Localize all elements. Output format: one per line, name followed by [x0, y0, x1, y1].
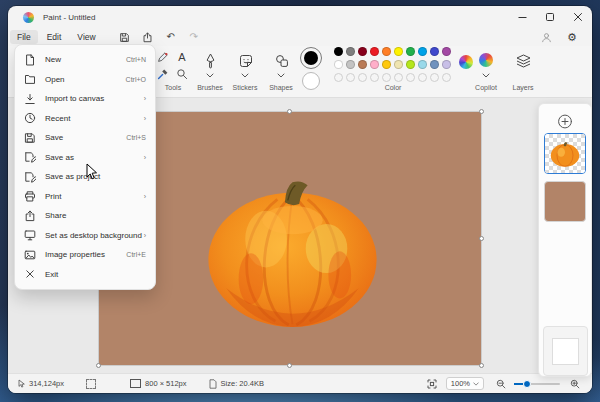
layer-1-thumbnail[interactable]: [544, 133, 586, 174]
empty-color-slot[interactable]: [358, 73, 367, 82]
submenu-arrow-icon: ›: [144, 232, 146, 239]
zoom-slider[interactable]: [514, 383, 560, 385]
menu-view[interactable]: View: [70, 30, 102, 44]
menu-item-save[interactable]: SaveCtrl+S: [15, 128, 155, 148]
account-button[interactable]: [540, 31, 552, 43]
brush-icon: [204, 53, 217, 69]
color-swatch[interactable]: [418, 47, 427, 56]
empty-color-slot[interactable]: [334, 73, 343, 82]
layer-2-thumbnail[interactable]: [544, 181, 586, 222]
menu-item-image-properties[interactable]: Image propertiesCtrl+E: [15, 245, 155, 265]
settings-button[interactable]: ⚙: [566, 31, 578, 43]
save-quick-button[interactable]: [119, 31, 131, 43]
add-layer-button[interactable]: [558, 114, 573, 129]
menu-edit[interactable]: Edit: [40, 30, 69, 44]
color-swatch[interactable]: [430, 47, 439, 56]
empty-color-slot[interactable]: [406, 73, 415, 82]
color-swatch[interactable]: [346, 47, 355, 56]
menu-item-import-to-canvas[interactable]: Import to canvas›: [15, 89, 155, 109]
empty-color-slot[interactable]: [394, 73, 403, 82]
close-button[interactable]: [564, 6, 592, 28]
color-swatch[interactable]: [394, 60, 403, 69]
color-swatch[interactable]: [430, 60, 439, 69]
share-quick-button[interactable]: [142, 31, 154, 43]
maximize-button[interactable]: [536, 6, 564, 28]
menu-item-save-as[interactable]: Save as›: [15, 148, 155, 168]
stickers-button[interactable]: [238, 52, 253, 69]
canvas-resize-handle[interactable]: [287, 109, 292, 114]
menu-file[interactable]: File: [10, 30, 38, 44]
text-tool-button[interactable]: A: [175, 50, 188, 63]
save-icon: [24, 132, 36, 144]
fit-to-screen-button[interactable]: [427, 379, 437, 389]
stickers-chevron-down-icon[interactable]: [241, 73, 249, 78]
color-swatch[interactable]: [382, 60, 391, 69]
background-layer-chip[interactable]: [543, 326, 588, 376]
color-swatch[interactable]: [406, 47, 415, 56]
redo-button[interactable]: ↷: [188, 31, 200, 43]
color-swatch[interactable]: [442, 60, 451, 69]
empty-color-slot[interactable]: [442, 73, 451, 82]
menu-item-new[interactable]: NewCtrl+N: [15, 50, 155, 70]
save-icon: [119, 32, 130, 43]
color-swatch[interactable]: [370, 47, 379, 56]
menu-item-set-as-desktop-background[interactable]: Set as desktop background›: [15, 226, 155, 246]
empty-color-slot[interactable]: [346, 73, 355, 82]
magnifier-tool-button[interactable]: [175, 67, 188, 80]
color-swatch[interactable]: [442, 47, 451, 56]
menu-item-exit[interactable]: Exit: [15, 265, 155, 285]
submenu-arrow-icon: ›: [144, 154, 146, 161]
color-swatch[interactable]: [370, 60, 379, 69]
empty-color-slot[interactable]: [382, 73, 391, 82]
canvas[interactable]: [99, 112, 481, 365]
color-swatch[interactable]: [346, 60, 355, 69]
zoom-slider-track[interactable]: [514, 383, 560, 385]
copilot-chevron-down-icon[interactable]: [482, 73, 490, 78]
color-swatch[interactable]: [334, 47, 343, 56]
minimize-button[interactable]: [508, 6, 536, 28]
canvas-resize-handle[interactable]: [96, 363, 101, 368]
zoom-dropdown[interactable]: 100%: [446, 377, 484, 390]
zoom-slider-thumb[interactable]: [523, 380, 531, 388]
copilot-button[interactable]: [479, 53, 493, 67]
menu-item-recent[interactable]: Recent›: [15, 109, 155, 129]
canvas-resize-handle[interactable]: [287, 363, 292, 368]
color-swatch[interactable]: [358, 47, 367, 56]
color-swatch[interactable]: [406, 60, 415, 69]
menu-item-label: Image properties: [45, 250, 105, 259]
canvas-resize-handle[interactable]: [479, 109, 484, 114]
paint-app-icon: [23, 12, 34, 23]
zoom-out-button[interactable]: [496, 379, 506, 389]
brushes-button[interactable]: [203, 52, 218, 69]
print-icon: [24, 190, 36, 202]
person-icon: [541, 32, 552, 43]
color-swatch[interactable]: [394, 47, 403, 56]
color-swatch[interactable]: [358, 60, 367, 69]
color-swatch[interactable]: [334, 60, 343, 69]
new-icon: [24, 54, 36, 66]
shapes-chevron-down-icon[interactable]: [277, 73, 285, 78]
empty-color-slot[interactable]: [430, 73, 439, 82]
canvas-resize-handle[interactable]: [479, 363, 484, 368]
eyedropper-tool-button[interactable]: [156, 67, 169, 80]
empty-color-slot[interactable]: [418, 73, 427, 82]
color-swatch[interactable]: [382, 47, 391, 56]
secondary-color-well[interactable]: [302, 72, 320, 90]
menu-item-save-as-project[interactable]: Save as project: [15, 167, 155, 187]
primary-color-well[interactable]: [300, 47, 322, 69]
brushes-chevron-down-icon[interactable]: [206, 73, 214, 78]
layers-button[interactable]: [515, 52, 531, 69]
text-icon: A: [176, 51, 188, 63]
color-swatch[interactable]: [418, 60, 427, 69]
menu-item-share[interactable]: Share: [15, 206, 155, 226]
zoom-in-button[interactable]: [570, 379, 580, 389]
empty-color-slot[interactable]: [370, 73, 379, 82]
shapes-button[interactable]: [274, 52, 289, 69]
canvas-resize-handle[interactable]: [479, 236, 484, 241]
menu-item-print[interactable]: Print›: [15, 187, 155, 207]
menu-item-open[interactable]: OpenCtrl+O: [15, 70, 155, 90]
undo-button[interactable]: ↶: [165, 31, 177, 43]
file-size-icon: [209, 379, 217, 389]
edit-color-button[interactable]: [459, 55, 473, 69]
pencil-tool-button[interactable]: [156, 50, 169, 63]
